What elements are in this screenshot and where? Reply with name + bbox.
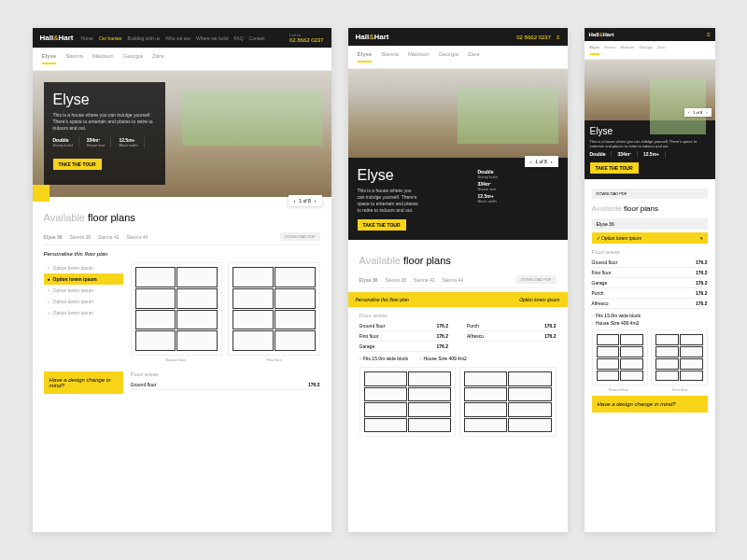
logo[interactable]: Hall&Hart xyxy=(589,32,614,37)
nav-item[interactable]: Where we build xyxy=(196,35,228,41)
design-change-cta[interactable]: Have a design change in mind? xyxy=(592,396,708,413)
specs-checks: Fits 15.0m wide block House Size 409.4m2 xyxy=(359,356,557,361)
tab[interactable]: Elyse xyxy=(590,45,599,55)
tab[interactable]: Sienna xyxy=(65,53,83,64)
area-row: Garage176.2 xyxy=(359,342,449,352)
plan-tab[interactable]: Elyse 36 xyxy=(359,277,378,283)
home-tabs: Elyse Sienna Madison Georgia Zara xyxy=(348,46,568,69)
logo[interactable]: Hall&Hart xyxy=(40,34,74,42)
area-row: Ground floor176.2 xyxy=(131,380,320,390)
accent-shape xyxy=(33,185,49,202)
carousel-pager[interactable]: ‹1 of 8› xyxy=(289,195,322,206)
nav-item[interactable]: Home xyxy=(81,35,93,41)
tab[interactable]: Georgia xyxy=(640,45,653,55)
floorplan-first[interactable] xyxy=(228,262,320,356)
hero-desc: This is a house where you can indulge yo… xyxy=(590,139,710,148)
prev-icon[interactable]: ‹ xyxy=(294,198,296,203)
plan-select[interactable]: Elyse 36 xyxy=(592,218,708,230)
option-item[interactable]: Option lorem ipsum xyxy=(44,285,123,296)
check-item: Fits 15.0m wide block xyxy=(359,356,409,361)
tab[interactable]: Madison xyxy=(408,51,430,63)
floorplan-first[interactable] xyxy=(459,367,557,437)
floorplan-first[interactable] xyxy=(651,329,708,385)
nav-item[interactable]: Contact xyxy=(249,35,265,41)
tab[interactable]: Elyse xyxy=(358,51,373,63)
next-icon[interactable]: › xyxy=(706,110,707,115)
design-change-cta[interactable]: Have a design change in mind? xyxy=(44,371,123,394)
plan-tab[interactable]: Sienna 38 xyxy=(386,277,407,283)
tab[interactable]: Sienna xyxy=(604,45,615,55)
next-icon[interactable]: › xyxy=(315,198,317,203)
section-title: Available floor plans xyxy=(359,255,557,266)
home-tabs: Elyse Sienna Madison Georgia Zara xyxy=(585,41,715,60)
section-title: Available floor plans xyxy=(44,212,320,223)
plan-tab[interactable]: Sienna 42 xyxy=(98,234,120,240)
plan-label: Ground floor xyxy=(592,387,646,392)
area-row: Garage176.2 xyxy=(592,278,708,288)
tab[interactable]: Zara xyxy=(468,51,479,63)
download-button[interactable]: DOWNLOAD PDF xyxy=(516,275,557,284)
plan-tab[interactable]: Sienna 44 xyxy=(127,234,148,240)
plan-tab[interactable]: Sienna 42 xyxy=(414,277,435,283)
plan-label: Ground floor xyxy=(131,357,222,362)
tour-button[interactable]: TAKE THE TOUR xyxy=(53,159,102,170)
download-button[interactable]: DOWNLOAD PDF xyxy=(280,232,320,241)
specs-checks: Fits 15.0m wide block House Size 409.4m2 xyxy=(592,313,708,326)
tour-button[interactable]: TAKE THE TOUR xyxy=(590,162,639,174)
option-item[interactable]: Option lorem ipsum xyxy=(44,307,123,318)
content: DOWNLOAD PDF Available floor plans Elyse… xyxy=(585,179,715,418)
menu-icon[interactable]: ≡ xyxy=(707,32,711,37)
phone-cta[interactable]: Call us02 8662 0237 xyxy=(289,33,324,43)
nav-item[interactable]: Building with us xyxy=(128,35,161,41)
header: Hall&Hart 02 8662 0237 ≡ xyxy=(348,28,568,46)
carousel-pager[interactable]: ‹1 of 8› xyxy=(525,156,558,167)
area-row: Alfresco176.2 xyxy=(592,299,708,309)
logo[interactable]: Hall&Hart xyxy=(356,33,389,41)
floorplan-ground[interactable] xyxy=(359,367,457,437)
option-select[interactable]: ✓ Option lorem ipsum▾ xyxy=(592,232,708,244)
floorplan-grid xyxy=(359,367,557,437)
area-row: Alfresco176.2 xyxy=(467,331,557,342)
floor-areas-title: Floor areas xyxy=(359,313,557,318)
prev-icon[interactable]: ‹ xyxy=(688,110,689,115)
plan-label: First floor xyxy=(229,357,320,362)
floorplan-ground[interactable] xyxy=(131,262,223,356)
tab[interactable]: Madison xyxy=(92,53,114,64)
option-item[interactable]: Option lorem ipsum xyxy=(44,262,123,273)
nav-item[interactable]: Who we are xyxy=(165,35,190,41)
area-row: Ground floor176.2 xyxy=(592,258,708,268)
tab[interactable]: Sienna xyxy=(381,51,399,63)
menu-icon[interactable]: ≡ xyxy=(557,35,560,40)
tab[interactable]: Zara xyxy=(152,53,163,64)
prev-icon[interactable]: ‹ xyxy=(530,159,532,164)
area-row: Porch176.2 xyxy=(467,321,557,331)
carousel-pager[interactable]: ‹1 of 8› xyxy=(684,108,712,117)
chevron-down-icon: ▾ xyxy=(700,235,703,241)
check-item: Fits 15.0m wide block xyxy=(592,313,708,318)
tab[interactable]: Georgia xyxy=(123,53,143,64)
plan-tab[interactable]: Sienna 44 xyxy=(443,277,464,283)
floorplan-ground[interactable] xyxy=(592,329,649,385)
hero-title: Elyse xyxy=(53,91,156,108)
tab[interactable]: Zara xyxy=(657,45,665,55)
check-item: House Size 409.4m2 xyxy=(592,320,708,326)
tab[interactable]: Elyse xyxy=(42,53,57,64)
plan-tab[interactable]: Sienna 38 xyxy=(70,234,92,240)
tab[interactable]: Georgia xyxy=(439,51,458,63)
option-item[interactable]: Option lorem ipsum xyxy=(44,296,123,307)
phone-cta[interactable]: 02 8662 0237 xyxy=(516,35,551,40)
hero-overlay: Elyse This is a house where you can indu… xyxy=(44,82,165,185)
home-tabs: Elyse Sienna Madison Georgia Zara xyxy=(33,48,331,71)
tour-button[interactable]: TAKE THE TOUR xyxy=(358,219,406,231)
next-icon[interactable]: › xyxy=(551,159,553,164)
personalise-bar[interactable]: Personalise this floor planOption lorem … xyxy=(348,292,568,307)
content: Available floor plans Elyse 36 Sienna 38… xyxy=(348,240,568,446)
tab[interactable]: Madison xyxy=(620,45,634,55)
nav-item[interactable]: FAQ xyxy=(234,35,244,41)
download-button[interactable]: DOWNLOAD PDF xyxy=(592,189,708,199)
header: Hall&Hart ≡ xyxy=(585,28,715,41)
option-item[interactable]: Option lorem ipsum xyxy=(44,273,123,285)
hero-desc: This is a house where you can indulge yo… xyxy=(358,188,420,214)
plan-tab[interactable]: Elyse 36 xyxy=(44,234,63,240)
nav-item[interactable]: Our homes xyxy=(99,35,122,41)
